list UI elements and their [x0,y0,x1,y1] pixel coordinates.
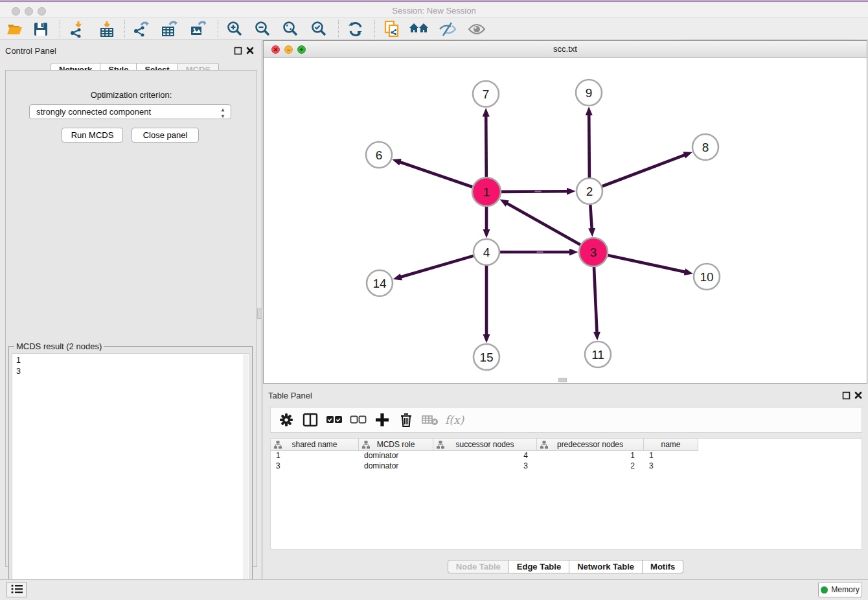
graph-node-9[interactable]: 9 [576,80,602,106]
table-cell[interactable]: 4 [433,451,537,461]
tab-network-table[interactable]: Network Table [569,560,643,573]
edge-3-10[interactable] [608,255,685,272]
svg-text:7: 7 [483,87,490,101]
table-cell[interactable]: 3 [644,461,698,472]
refresh-icon[interactable] [346,20,365,38]
edge-1-2[interactable] [501,191,567,192]
table-panel: Table Panel f(x) shared nameMCDS rolesuc… [263,385,868,579]
tab-motifs[interactable]: Motifs [643,560,683,573]
graph-node-10[interactable]: 10 [694,264,720,290]
table-cell[interactable]: 1 [644,451,698,461]
svg-text:11: 11 [591,348,604,362]
table-row[interactable]: 3dominator323 [271,461,698,472]
close-panel-icon[interactable] [854,391,863,400]
plus-icon[interactable] [373,411,391,428]
toolbar-separator [218,20,218,38]
run-mcds-button[interactable]: Run MCDS [62,128,123,143]
import-network-icon[interactable] [67,20,87,38]
trash-icon[interactable] [397,411,415,428]
table-cell[interactable]: dominator [359,451,433,461]
table-panel-header: Table Panel [263,385,868,406]
close-panel-button[interactable]: Close panel [131,128,199,143]
network-graph[interactable]: 1234678910111415 [264,58,867,383]
network-window-titlebar: ✕ − + scc.txt [264,41,867,58]
mcds-result-text[interactable]: 1 3 [12,353,249,588]
zoom-fit-icon[interactable] [280,20,300,38]
svg-text:1: 1 [483,185,490,199]
table-cell[interactable]: 2 [537,461,644,472]
optimization-criterion-select[interactable]: strongly connected component ▲▼ [29,104,231,119]
unchecked-boxes-icon[interactable] [349,411,367,428]
hide-selected-icon[interactable] [438,20,457,38]
export-image-icon[interactable] [188,20,207,38]
table-cell[interactable]: 3 [271,461,359,472]
table-cell[interactable]: 1 [271,451,359,461]
column-header-predecessor-nodes[interactable]: predecessor nodes [537,439,644,451]
list-icon [10,583,23,597]
table-row[interactable]: 1dominator411 [271,451,698,461]
svg-text:3: 3 [590,246,597,259]
graph-node-7[interactable]: 7 [473,81,499,107]
tab-node-table[interactable]: Node Table [448,560,509,573]
export-network-icon[interactable] [131,20,150,38]
zoom-in-icon[interactable] [225,20,244,38]
column-header-MCDS-role[interactable]: MCDS role [359,439,433,451]
edge-3-11[interactable] [594,267,597,332]
scrollbar[interactable] [243,354,248,588]
main-toolbar [0,18,868,40]
graph-node-15[interactable]: 15 [474,344,499,370]
export-table-icon[interactable] [159,20,179,38]
task-history-button[interactable] [6,582,27,597]
graph-node-6[interactable]: 6 [366,142,392,168]
edge-1-6[interactable] [400,162,472,187]
graph-node-1[interactable]: 1 [472,178,501,206]
edge-2-3[interactable] [590,205,591,229]
memory-label: Memory [831,585,859,594]
svg-text:9: 9 [586,86,593,100]
zoom-out-icon[interactable] [253,20,272,38]
graph-node-11[interactable]: 11 [585,341,611,367]
float-panel-icon[interactable] [841,391,851,400]
mcds-result-title: MCDS result (2 nodes) [14,341,104,351]
save-icon[interactable] [31,20,51,38]
node-table: shared nameMCDS rolesuccessor nodesprede… [270,438,862,549]
svg-text:8: 8 [702,141,709,154]
show-all-icon[interactable] [467,20,486,38]
column-header-name[interactable]: name [644,439,698,451]
graph-node-8[interactable]: 8 [692,134,718,160]
panel-splitter-handle[interactable] [257,308,262,319]
table-cell[interactable]: dominator [359,461,433,472]
checked-boxes-icon[interactable] [325,411,343,428]
tab-edge-table[interactable]: Edge Table [509,560,569,573]
column-header-successor-nodes[interactable]: successor nodes [433,439,537,451]
open-folder-icon[interactable] [5,20,25,38]
edge-1-7[interactable] [486,116,486,177]
app-title: Session: New Session [0,6,868,16]
first-neighbors-icon[interactable] [409,20,429,38]
float-panel-icon[interactable] [233,46,242,55]
window-top-edge [0,0,868,2]
edge-2-9[interactable] [589,115,589,178]
graph-node-14[interactable]: 14 [367,270,393,296]
function-builder-icon: f(x) [445,413,464,426]
close-panel-icon[interactable] [246,46,255,55]
dropdown-value: strongly connected component [36,107,151,117]
gear-icon[interactable] [277,411,295,428]
import-table-icon[interactable] [97,20,117,38]
table-cell[interactable]: 1 [537,451,644,461]
edge-4-14[interactable] [401,256,474,277]
clone-network-icon[interactable] [382,20,402,38]
edge-3-1[interactable] [507,203,580,245]
edge-2-8[interactable] [602,155,685,186]
columns-icon[interactable] [301,411,319,428]
table-cell[interactable]: 3 [433,461,537,472]
zoom-selected-icon[interactable] [309,20,328,38]
graph-node-4[interactable]: 4 [474,239,499,265]
table-toolbar: f(x) [270,407,862,433]
column-header-shared-name[interactable]: shared name [271,439,359,451]
memory-button[interactable]: Memory [818,582,862,597]
graph-node-3[interactable]: 3 [579,238,608,266]
svg-text:4: 4 [483,246,490,259]
splitter-handle[interactable] [558,378,567,382]
graph-node-2[interactable]: 2 [577,178,602,204]
